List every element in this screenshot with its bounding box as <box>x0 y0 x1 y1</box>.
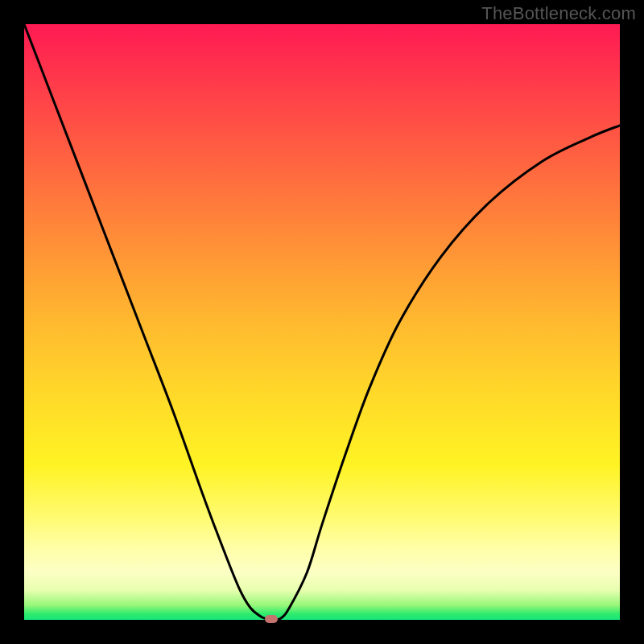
minimum-marker <box>265 615 278 623</box>
watermark-text: TheBottleneck.com <box>481 3 636 24</box>
chart-frame: TheBottleneck.com <box>0 0 644 644</box>
plot-area <box>24 24 620 620</box>
bottleneck-curve <box>24 24 620 620</box>
